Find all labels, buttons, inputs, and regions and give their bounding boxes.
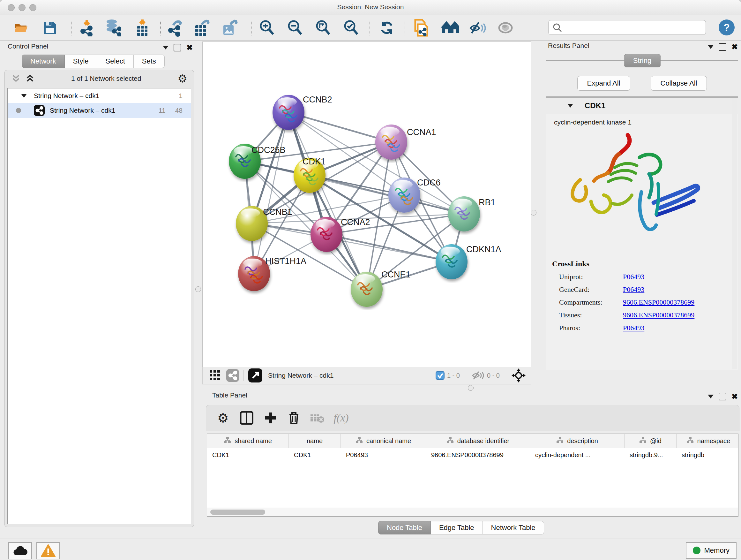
gear-icon[interactable]: ⚙ bbox=[178, 72, 187, 85]
float-panel-icon[interactable] bbox=[163, 46, 169, 50]
table-horizontal-scrollbar[interactable] bbox=[207, 508, 738, 516]
node-CCNB2[interactable]: CCNB2 bbox=[273, 95, 332, 130]
column-header-shared-name[interactable]: shared name bbox=[207, 434, 289, 448]
tab-string[interactable]: String bbox=[624, 54, 661, 67]
detach-view-icon[interactable] bbox=[248, 368, 262, 382]
network-row[interactable]: String Network – cdk1 11 48 bbox=[8, 103, 191, 118]
float-panel-icon[interactable] bbox=[708, 395, 714, 398]
edge-CCNA1-CCNE1[interactable] bbox=[367, 142, 391, 289]
left-splitter-handle[interactable] bbox=[195, 287, 201, 292]
show-glass-button[interactable] bbox=[496, 19, 515, 37]
scrollbar-thumb[interactable] bbox=[210, 509, 265, 515]
import-table-button[interactable] bbox=[133, 19, 151, 37]
tab-node-table[interactable]: Node Table bbox=[378, 521, 431, 535]
open-session-button[interactable] bbox=[13, 19, 30, 37]
column-header-namespace[interactable]: namespace bbox=[677, 434, 738, 448]
memory-button[interactable]: Memory bbox=[686, 542, 737, 559]
export-table-button[interactable] bbox=[193, 19, 211, 37]
import-database-button[interactable] bbox=[104, 19, 122, 37]
create-column-button[interactable] bbox=[259, 412, 282, 424]
column-header--id[interactable]: @id bbox=[624, 434, 677, 448]
node-CCNA1[interactable]: CCNA1 bbox=[375, 125, 436, 160]
expand-all-chevron-icon[interactable] bbox=[25, 74, 35, 83]
string-home-button[interactable] bbox=[441, 19, 459, 37]
string-network-graph[interactable]: CCNB2CCNA1CDC25BCDK1CDC6RB1CCNB1CCNA2CDK… bbox=[203, 42, 531, 367]
close-panel-icon[interactable]: ✖ bbox=[186, 43, 193, 52]
table-row[interactable]: CDK1CDK1P064939606.ENSP00000378699cyclin… bbox=[207, 448, 738, 462]
column-header-description[interactable]: description bbox=[530, 434, 624, 448]
crosslink-link[interactable]: P06493 bbox=[623, 286, 644, 294]
zoom-fit-button[interactable] bbox=[314, 19, 332, 37]
crosslink-link[interactable]: P06493 bbox=[623, 324, 644, 332]
node-RB1[interactable]: RB1 bbox=[448, 196, 495, 232]
node-CCNE1[interactable]: CCNE1 bbox=[351, 270, 411, 307]
right-splitter-handle[interactable] bbox=[531, 210, 536, 215]
node-CCNA2[interactable]: CCNA2 bbox=[311, 217, 370, 252]
grid-view-icon[interactable] bbox=[210, 370, 220, 381]
show-columns-button[interactable] bbox=[235, 411, 259, 425]
zoom-selected-button[interactable] bbox=[342, 19, 360, 37]
cloud-status-button[interactable] bbox=[8, 542, 32, 559]
crosslink-link[interactable]: 9606.ENSP00000378699 bbox=[623, 311, 694, 319]
close-panel-icon[interactable]: ✖ bbox=[731, 43, 738, 51]
birdseye-navigator-icon[interactable] bbox=[512, 368, 526, 382]
collapse-all-chevron-icon[interactable] bbox=[11, 74, 21, 83]
table-cell[interactable]: 9606.ENSP00000378699 bbox=[426, 448, 530, 462]
table-cell[interactable]: P06493 bbox=[341, 448, 426, 462]
expand-all-button[interactable]: Expand All bbox=[577, 76, 630, 91]
column-header-canonical-name[interactable]: canonical name bbox=[341, 434, 426, 448]
network-canvas[interactable]: CCNB2CCNA1CDC25BCDK1CDC6RB1CCNB1CCNA2CDK… bbox=[202, 42, 531, 367]
node-CDC25B[interactable]: CDC25B bbox=[229, 144, 286, 179]
crosslink-link[interactable]: 9606.ENSP00000378699 bbox=[623, 298, 694, 307]
search-input[interactable] bbox=[548, 20, 706, 35]
node-CDKN1A[interactable]: CDKN1A bbox=[435, 244, 501, 279]
table-cell[interactable]: CDK1 bbox=[289, 448, 341, 462]
results-scrollbar[interactable] bbox=[732, 98, 737, 369]
edge-CDC25B-RB1[interactable] bbox=[245, 161, 464, 214]
node-CDK1[interactable]: CDK1 bbox=[293, 157, 326, 193]
gene-header-row[interactable]: CDK1 bbox=[546, 98, 738, 114]
maximize-panel-icon[interactable] bbox=[174, 44, 181, 51]
table-settings-button[interactable]: ⚙ bbox=[211, 411, 235, 425]
export-network-button[interactable] bbox=[166, 19, 185, 37]
tab-network-table[interactable]: Network Table bbox=[483, 521, 544, 535]
table-cell[interactable]: CDK1 bbox=[207, 448, 289, 462]
help-button[interactable]: ? bbox=[719, 19, 735, 36]
node-HIST1H1A[interactable]: HIST1H1A bbox=[238, 256, 307, 291]
hide-glass-button[interactable] bbox=[469, 19, 487, 37]
tree-expand-icon[interactable] bbox=[21, 94, 27, 98]
network-collection-row[interactable]: String Network – cdk1 1 bbox=[8, 88, 191, 103]
column-header-name[interactable]: name bbox=[289, 434, 341, 448]
node-CDC6[interactable]: CDC6 bbox=[388, 178, 441, 212]
table-cell[interactable]: cyclin-dependent ... bbox=[530, 448, 624, 462]
copy-network-button[interactable] bbox=[412, 19, 430, 37]
node-CCNB1[interactable]: CCNB1 bbox=[236, 206, 292, 241]
edge-CCNB2-HIST1H1A[interactable] bbox=[254, 112, 288, 273]
tab-style[interactable]: Style bbox=[65, 55, 97, 68]
close-panel-icon[interactable]: ✖ bbox=[731, 392, 738, 401]
table-cell[interactable]: stringdb:9... bbox=[624, 448, 677, 462]
column-header-database-identifier[interactable]: database identifier bbox=[426, 434, 530, 448]
warning-status-button[interactable] bbox=[37, 542, 60, 559]
tab-network[interactable]: Network bbox=[22, 55, 65, 68]
delete-column-button[interactable] bbox=[282, 411, 306, 425]
maximize-panel-icon[interactable] bbox=[719, 393, 726, 400]
tab-select[interactable]: Select bbox=[97, 55, 134, 68]
export-image-button[interactable] bbox=[221, 19, 239, 37]
collapse-all-button[interactable]: Collapse All bbox=[651, 76, 707, 91]
save-session-button[interactable] bbox=[41, 19, 59, 37]
crosslink-link[interactable]: P06493 bbox=[623, 273, 644, 281]
hidden-eye-slash-icon[interactable] bbox=[472, 370, 484, 381]
float-panel-icon[interactable] bbox=[708, 45, 714, 49]
apply-layout-button[interactable] bbox=[378, 19, 396, 37]
zoom-in-button[interactable] bbox=[258, 19, 276, 37]
zoom-out-button[interactable] bbox=[286, 19, 304, 37]
selected-checkbox-icon[interactable] bbox=[435, 371, 445, 380]
string-view-icon[interactable] bbox=[226, 369, 239, 382]
tab-sets[interactable]: Sets bbox=[134, 55, 165, 68]
maximize-panel-icon[interactable] bbox=[719, 43, 726, 51]
collapse-gene-icon[interactable] bbox=[567, 104, 573, 108]
tab-edge-table[interactable]: Edge Table bbox=[431, 521, 483, 535]
import-network-button[interactable] bbox=[78, 19, 96, 37]
table-cell[interactable]: stringdb bbox=[677, 448, 738, 462]
